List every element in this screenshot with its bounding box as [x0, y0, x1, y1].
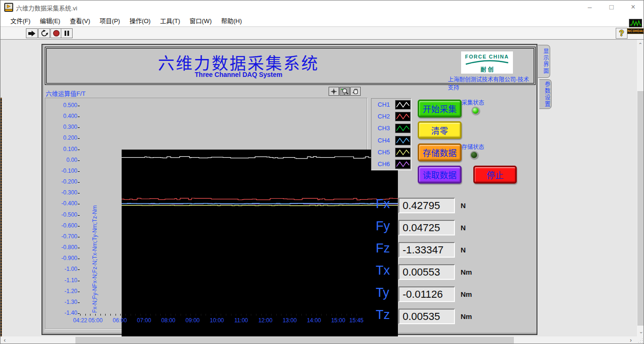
x-tick-mark — [236, 314, 236, 316]
y-tick-label: -1.10 — [48, 277, 77, 284]
y-tick-label: 0.300 — [48, 124, 77, 130]
x-tick-mark — [246, 314, 247, 316]
x-tick-mark — [80, 314, 81, 316]
window-title: 六维力数据采集系统.vi — [16, 3, 77, 12]
maximize-button[interactable]: □ — [601, 0, 622, 14]
x-tick-mark — [306, 314, 306, 316]
y-tick-mark — [78, 292, 80, 292]
x-tick-mark — [301, 314, 302, 316]
x-tick-label: 05:00 — [89, 317, 103, 324]
x-tick-mark — [261, 314, 262, 316]
x-tick-mark — [336, 314, 337, 316]
menu-item-5[interactable]: 工具(T) — [155, 14, 185, 27]
client-area: 六维力数据采集系统 Three Channel DAQ System FORCE… — [0, 40, 644, 344]
y-tick-label: -0.700 — [48, 233, 77, 240]
y-tick-label: -0.300 — [48, 189, 77, 196]
y-tick-mark — [78, 150, 80, 150]
scroll-down-arrow-icon[interactable]: ‹ — [637, 329, 644, 336]
x-tick-mark — [331, 314, 332, 316]
y-tick-mark — [78, 259, 80, 259]
daq-badge: NC3HDAQ — [627, 28, 644, 34]
x-tick-mark — [351, 314, 352, 316]
scroll-right-arrow-icon[interactable]: › — [627, 336, 635, 344]
x-tick-mark — [276, 314, 277, 316]
resize-grip[interactable] — [636, 336, 644, 344]
scroll-up-arrow-icon[interactable]: ‹ — [637, 40, 644, 47]
x-tick-label: 07:00 — [137, 317, 151, 324]
tab-display-view[interactable]: 显示界面 — [538, 45, 550, 78]
titlebar: 六维力数据采集系统.vi – □ × — [0, 0, 644, 14]
x-tick-label: 15:00 — [331, 317, 345, 324]
x-tick-label: 08:00 — [161, 317, 175, 324]
x-tick-mark — [256, 314, 256, 316]
x-tick-mark — [251, 314, 251, 316]
close-button[interactable]: × — [622, 0, 644, 14]
x-tick-mark — [165, 314, 166, 316]
x-tick-mark — [216, 314, 216, 316]
menu-item-6[interactable]: 窗口(W) — [185, 14, 216, 27]
y-tick-mark — [78, 171, 80, 172]
menu-item-2[interactable]: 查看(V) — [65, 14, 95, 27]
x-tick-mark — [156, 314, 156, 316]
x-tick-label: 13:00 — [282, 317, 297, 324]
x-tick-mark — [281, 314, 281, 316]
y-tick-mark — [78, 106, 80, 106]
pause-button[interactable] — [61, 28, 73, 38]
tab-parameter-settings[interactable]: 参数设置 — [539, 79, 552, 109]
x-tick-label: 11:00 — [234, 317, 248, 324]
menu-item-1[interactable]: 编辑(E) — [35, 14, 65, 27]
x-tick-mark — [241, 314, 241, 316]
x-tick-mark — [100, 314, 101, 316]
x-tick-mark — [231, 314, 231, 316]
x-tick-mark — [140, 314, 141, 316]
x-tick-mark — [266, 314, 266, 316]
x-tick-mark — [175, 314, 176, 316]
menu-item-3[interactable]: 项目(P) — [95, 14, 124, 27]
x-tick-mark — [146, 314, 146, 316]
y-tick-label: -1.20 — [48, 288, 77, 294]
x-tick-mark — [90, 314, 91, 316]
x-tick-mark — [286, 314, 287, 316]
y-tick-label: -0.500 — [48, 211, 77, 218]
menu-item-0[interactable]: 文件(F) — [6, 14, 35, 27]
y-tick-label: 0.200 — [48, 134, 77, 141]
run-button[interactable] — [26, 28, 38, 38]
x-tick-mark — [356, 314, 357, 316]
x-tick-mark — [95, 314, 96, 316]
context-help-button[interactable]: ? — [616, 28, 627, 39]
x-tick-mark — [181, 314, 181, 316]
y-tick-mark — [78, 182, 80, 183]
x-tick-mark — [131, 314, 131, 316]
x-tick-label: 06:00 — [113, 317, 127, 324]
horizontal-scrollbar[interactable]: ‹ › — [0, 336, 636, 344]
panel-edge-strip — [0, 98, 2, 336]
x-tick-label: 15:45 — [349, 317, 363, 324]
x-tick-mark — [311, 314, 312, 316]
x-tick-mark — [171, 314, 171, 316]
y-tick-mark — [78, 302, 80, 303]
x-tick-mark — [190, 314, 191, 316]
x-tick-mark — [291, 314, 291, 316]
pause-icon — [64, 30, 70, 36]
scroll-left-arrow-icon[interactable]: ‹ — [1, 336, 8, 344]
x-tick-mark — [347, 314, 347, 316]
x-tick-mark — [196, 314, 196, 316]
menu-item-7[interactable]: 帮助(H) — [216, 14, 247, 27]
y-tick-mark — [78, 226, 80, 227]
y-tick-mark — [78, 237, 80, 237]
y-tick-label: -1.30 — [48, 299, 77, 305]
run-arrow-icon — [28, 30, 36, 37]
run-continuous-button[interactable] — [38, 28, 50, 38]
y-tick-label: 0.500 — [48, 102, 77, 109]
run-continuous-icon — [41, 30, 48, 37]
minimize-button[interactable]: – — [579, 0, 601, 14]
menubar: 文件(F)编辑(E)查看(V)项目(P)操作(O)工具(T)窗口(W)帮助(H) — [0, 14, 644, 27]
x-tick-mark — [85, 314, 86, 316]
daq-logo-icon — [629, 19, 642, 27]
horizontal-scroll-thumb[interactable] — [75, 337, 514, 344]
y-tick-label: -1.00 — [48, 266, 77, 272]
menu-item-4[interactable]: 操作(O) — [125, 14, 156, 27]
vertical-scroll-thumb[interactable] — [637, 91, 644, 326]
y-tick-mark — [78, 248, 80, 248]
vertical-scrollbar[interactable]: ‹ ‹ — [637, 40, 644, 336]
